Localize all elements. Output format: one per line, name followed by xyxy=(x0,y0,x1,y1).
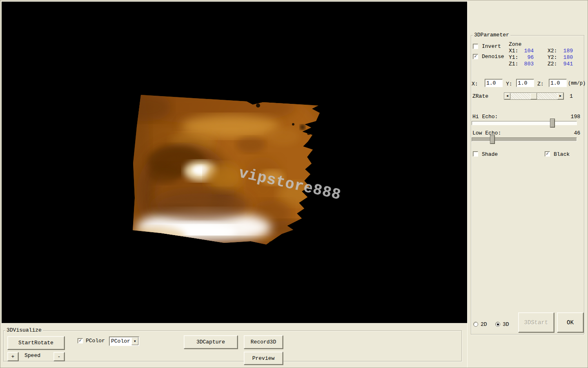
pcolor-dropdown-value: PColor xyxy=(111,338,130,344)
checkmark-icon: ✓ xyxy=(546,152,549,156)
visualize-panel: 3DVisualize StartRotate + Speed - ✓ PCol… xyxy=(0,323,467,368)
denoise-checkbox-label: Denoise xyxy=(482,54,504,60)
parameter-group-title: 3DParameter xyxy=(473,32,510,38)
black-checkbox-label: Black xyxy=(554,152,570,157)
hi-echo-slider-thumb[interactable] xyxy=(550,119,555,128)
visualize-group-title: 3DVisualize xyxy=(5,328,43,333)
radio-2d[interactable] xyxy=(473,322,478,327)
ok-button[interactable]: OK xyxy=(557,312,584,332)
checkmark-icon: ✓ xyxy=(474,54,477,59)
capture-3d-button[interactable]: 3DCapture xyxy=(184,335,238,349)
zone-title: Zone xyxy=(509,42,521,47)
denoise-checkbox[interactable]: ✓ xyxy=(473,54,478,59)
ultrasound-3d-scan xyxy=(2,2,467,323)
checkmark-icon: ✓ xyxy=(79,339,82,343)
zrate-value: 1 xyxy=(570,94,573,99)
render-viewport[interactable]: vipstore888 xyxy=(2,2,467,323)
zrate-label: ZRate xyxy=(472,94,488,99)
invert-checkbox[interactable]: ✓ xyxy=(473,44,478,49)
radio-3d[interactable] xyxy=(495,322,500,327)
zrate-scrollbar-thumb[interactable] xyxy=(530,93,537,99)
zone-y2-label: Y2: xyxy=(548,55,557,61)
scale-z-label: Z: xyxy=(537,81,544,87)
application-window: { "watermark": "vipstore888", "icons": {… xyxy=(0,0,588,368)
zone-z1-value: 803 xyxy=(521,61,534,67)
radio-2d-label: 2D xyxy=(481,322,487,328)
zone-x2-value: 189 xyxy=(560,48,573,54)
zone-z2-label: Z2: xyxy=(548,61,557,67)
zone-x1-label: X1: xyxy=(509,48,518,54)
pcolor-checkbox[interactable]: ✓ xyxy=(78,338,83,343)
hi-echo-label: Hi Echo: xyxy=(472,114,498,120)
zone-z2-value: 941 xyxy=(560,61,573,67)
scale-y-input[interactable] xyxy=(516,79,534,87)
invert-checkbox-label: Invert xyxy=(482,44,501,49)
scale-z-input[interactable] xyxy=(549,79,567,87)
start-rotate-button[interactable]: StartRotate xyxy=(7,336,65,350)
chevron-down-icon[interactable]: ▼ xyxy=(131,337,138,345)
hi-echo-slider[interactable] xyxy=(472,121,577,125)
preview-button[interactable]: Preview xyxy=(244,352,283,365)
low-echo-value: 46 xyxy=(568,130,580,136)
zone-z1-label: Z1: xyxy=(509,61,518,67)
black-checkbox[interactable]: ✓ xyxy=(545,151,550,157)
shade-checkbox[interactable]: ✓ xyxy=(473,151,478,157)
scale-x-label: X: xyxy=(472,81,478,87)
low-echo-slider-thumb[interactable] xyxy=(490,135,495,144)
zone-x1-value: 104 xyxy=(521,48,534,54)
zrate-scrollbar[interactable]: ◄ ► xyxy=(504,92,564,100)
scale-unit-label: (mm/p) xyxy=(568,81,586,86)
scale-x-input[interactable] xyxy=(485,79,503,87)
scroll-right-icon[interactable]: ► xyxy=(557,93,564,99)
scroll-left-icon[interactable]: ◄ xyxy=(504,93,510,99)
radio-3d-label: 3D xyxy=(503,322,509,328)
start-3d-button[interactable]: 3DStart xyxy=(518,312,554,332)
speed-label: Speed xyxy=(24,353,40,359)
low-echo-slider[interactable] xyxy=(472,137,577,141)
pcolor-dropdown[interactable]: PColor ▼ xyxy=(109,337,139,346)
parameter-panel: 3DParameter ✓ Invert ✓ Denoise Zone X1: … xyxy=(467,0,588,368)
speed-minus-button[interactable]: - xyxy=(53,352,65,361)
zone-y1-value: 96 xyxy=(521,55,534,61)
hi-echo-value: 198 xyxy=(568,114,580,120)
low-echo-label: Low Echo: xyxy=(472,130,501,136)
scale-y-label: Y: xyxy=(506,81,512,87)
record-3d-button[interactable]: Record3D xyxy=(244,335,283,349)
shade-checkbox-label: Shade xyxy=(482,152,498,157)
zone-y2-value: 180 xyxy=(560,55,573,61)
zone-y1-label: Y1: xyxy=(509,55,518,61)
pcolor-checkbox-label: PColor xyxy=(86,338,105,344)
speed-plus-button[interactable]: + xyxy=(7,352,18,361)
zone-x2-label: X2: xyxy=(548,48,557,54)
